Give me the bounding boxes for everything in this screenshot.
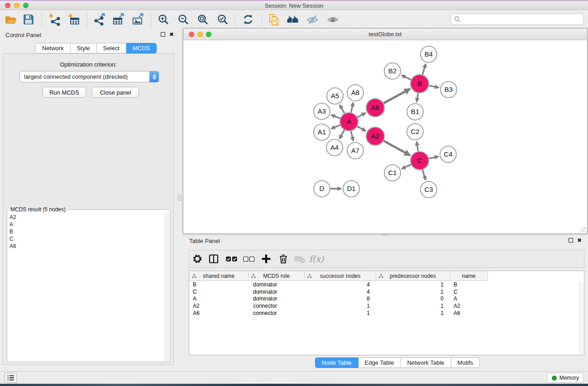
graph-edge-A-A6[interactable] xyxy=(358,113,366,117)
cell-shared_name[interactable]: A6 xyxy=(189,310,249,316)
column-header-successor-nodes[interactable]: successor nodes xyxy=(305,271,376,281)
gear-icon[interactable] xyxy=(191,253,203,265)
mcds-result-list[interactable]: A2ABCA6 xyxy=(8,213,164,361)
open-session-icon[interactable] xyxy=(4,13,17,26)
table-row[interactable]: Bdominator41B xyxy=(189,281,584,288)
main-titlebar[interactable]: Session: New Session xyxy=(0,1,588,10)
float-panel-icon[interactable] xyxy=(161,32,165,37)
column-header-shared-name[interactable]: shared name xyxy=(189,271,249,281)
tab-network[interactable]: Network xyxy=(35,43,71,53)
cell-mcds_role[interactable]: connector xyxy=(249,310,305,316)
export-image-icon[interactable] xyxy=(131,13,144,26)
graph-edge-A-A8[interactable] xyxy=(351,102,353,112)
tab-style[interactable]: Style xyxy=(71,43,97,53)
export-network-icon[interactable] xyxy=(92,13,106,26)
show-all-icon[interactable] xyxy=(326,13,339,26)
close-panel-icon[interactable]: ✖ xyxy=(169,32,174,37)
tab-mcds[interactable]: MCDS xyxy=(126,43,157,53)
column-header-mcds-role[interactable]: MCDS role xyxy=(249,271,305,281)
hide-selected-icon[interactable] xyxy=(306,13,319,26)
export-table-icon[interactable] xyxy=(111,13,125,26)
cell-successors[interactable]: 8 xyxy=(305,295,376,302)
graph-edge-C-C4[interactable] xyxy=(429,157,438,159)
tab-edge-table[interactable]: Edge Table xyxy=(359,357,401,368)
add-column-icon[interactable] xyxy=(260,253,272,265)
table-row[interactable]: Adominator80A xyxy=(189,295,584,303)
cell-predecessors[interactable]: 1 xyxy=(376,303,450,309)
cell-name[interactable]: A2 xyxy=(450,303,488,309)
graph-edge-A-A7[interactable] xyxy=(351,131,353,141)
graph-edge-C-C3[interactable] xyxy=(422,170,425,180)
window-resize-grip[interactable] xyxy=(581,227,587,233)
zoom-selected-icon[interactable] xyxy=(216,13,229,26)
cell-predecessors[interactable]: 0 xyxy=(376,295,450,302)
tab-node-table[interactable]: Node Table xyxy=(315,357,359,368)
cell-predecessors[interactable]: 1 xyxy=(376,289,450,295)
horizontal-splitter-grip[interactable] xyxy=(382,234,389,236)
cell-predecessors[interactable]: 1 xyxy=(376,310,450,316)
cell-shared_name[interactable]: A xyxy=(189,295,249,302)
cell-successors[interactable]: 4 xyxy=(305,289,376,295)
search-field[interactable] xyxy=(450,14,584,25)
save-session-icon[interactable] xyxy=(22,13,35,26)
run-mcds-button[interactable]: Run MCDS xyxy=(43,87,86,98)
criterion-dropdown[interactable]: largest connected component (directed) xyxy=(19,71,159,82)
delete-column-icon[interactable] xyxy=(277,253,289,265)
cell-name[interactable]: B xyxy=(450,281,488,288)
column-header-predecessor-nodes[interactable]: predecessor nodes xyxy=(376,271,450,281)
cell-name[interactable]: A6 xyxy=(450,310,488,316)
tab-select[interactable]: Select xyxy=(97,43,126,53)
result-scrollbar[interactable] xyxy=(164,213,169,361)
zoom-fit-icon[interactable] xyxy=(196,13,210,26)
memory-button[interactable]: Memory xyxy=(547,373,584,383)
graph-edge-A2-C[interactable] xyxy=(383,141,410,155)
zoom-out-icon[interactable] xyxy=(177,13,190,26)
deselect-all-checkboxes-icon[interactable] xyxy=(243,253,255,265)
cell-mcds_role[interactable]: dominator xyxy=(249,295,305,302)
cell-name[interactable]: A xyxy=(450,295,488,302)
import-network-icon[interactable] xyxy=(48,13,61,26)
splitter-grip[interactable] xyxy=(178,195,182,201)
graph-edge-C-C1[interactable] xyxy=(402,165,411,169)
table-scrollbar[interactable] xyxy=(579,281,583,354)
cell-shared_name[interactable]: A2 xyxy=(189,303,249,309)
graph-edge-C-C2[interactable] xyxy=(416,142,418,152)
vertical-splitter[interactable] xyxy=(177,29,183,371)
column-header-name[interactable]: name xyxy=(450,271,488,281)
import-table-icon[interactable] xyxy=(67,13,81,26)
graph-edge-A-A4[interactable] xyxy=(339,130,344,139)
cell-mcds_role[interactable]: dominator xyxy=(249,289,305,295)
cell-shared_name[interactable]: B xyxy=(189,281,249,288)
network-canvas[interactable]: B4B2BB3A5A8A6B1A3AA1C2A2A4A7C4CC1C3DD1 xyxy=(183,40,587,234)
table-row[interactable]: A2connector11A2 xyxy=(189,302,584,310)
tab-network-table[interactable]: Network Table xyxy=(401,357,451,368)
table-row[interactable]: A6connector11A6 xyxy=(189,310,584,317)
graph-edge-B-B2[interactable] xyxy=(402,75,411,80)
float-table-panel-icon[interactable] xyxy=(569,238,573,243)
network-window-titlebar[interactable]: testGlobe.txt xyxy=(183,29,587,40)
cell-shared_name[interactable]: C xyxy=(189,289,249,295)
graph-edge-A-A2[interactable] xyxy=(357,126,366,131)
refresh-icon[interactable] xyxy=(241,13,255,26)
search-input[interactable] xyxy=(461,15,583,24)
cell-successors[interactable]: 1 xyxy=(305,310,376,316)
tab-motifs[interactable]: Motifs xyxy=(451,357,480,368)
cell-successors[interactable]: 4 xyxy=(305,281,376,288)
close-panel-button[interactable]: Close panel xyxy=(92,87,139,98)
home-view-icon[interactable] xyxy=(286,13,300,26)
graph-edge-B-B1[interactable] xyxy=(417,93,418,102)
graph-edge-A-A1[interactable] xyxy=(331,125,340,129)
graph-edge-B-B4[interactable] xyxy=(422,64,425,75)
cell-successors[interactable]: 1 xyxy=(305,303,376,309)
cell-mcds_role[interactable]: connector xyxy=(249,303,305,309)
graph-edge-A-A5[interactable] xyxy=(340,105,344,113)
graph-edge-B-B3[interactable] xyxy=(429,86,439,87)
graph-edge-A6-B[interactable] xyxy=(383,89,410,103)
table-row[interactable]: Cdominator41C xyxy=(189,288,584,295)
cell-name[interactable]: C xyxy=(450,289,488,295)
graph-edge-A-A3[interactable] xyxy=(331,115,340,119)
split-columns-icon[interactable] xyxy=(208,253,220,265)
close-table-panel-icon[interactable]: ✖ xyxy=(577,238,582,243)
cell-predecessors[interactable]: 1 xyxy=(376,281,450,288)
select-all-checkboxes-icon[interactable] xyxy=(226,253,238,265)
